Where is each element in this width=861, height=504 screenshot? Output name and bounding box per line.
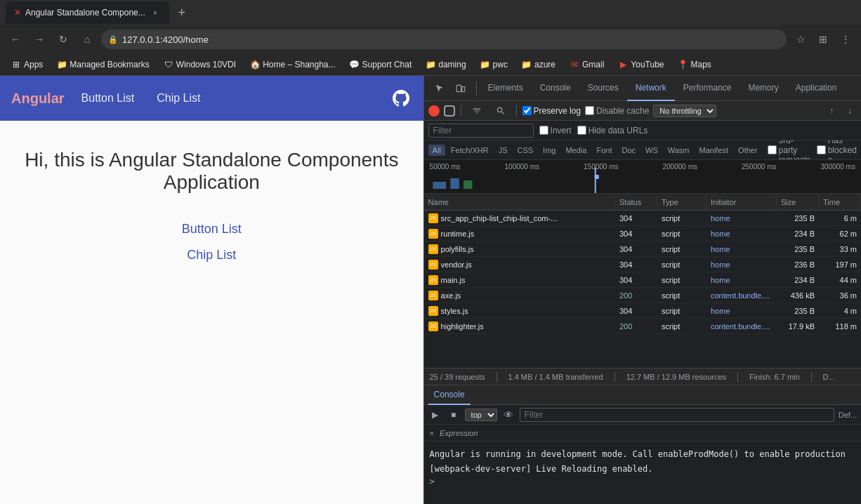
table-row[interactable]: JS highlighter.js 200 script content.bun… bbox=[424, 319, 861, 334]
bookmark-gmail[interactable]: ✉ Gmail bbox=[564, 58, 610, 71]
type-btn-manifest[interactable]: Manifest bbox=[695, 145, 733, 156]
record-button[interactable] bbox=[428, 105, 440, 117]
table-body: JS src_app_chip-list_chip-list_com-... 3… bbox=[424, 211, 861, 334]
disable-cache-checkbox[interactable] bbox=[585, 106, 594, 115]
console-filter-input[interactable] bbox=[520, 408, 834, 422]
inspect-icon[interactable] bbox=[430, 79, 449, 98]
chip-list-content-link[interactable]: Chip List bbox=[187, 248, 236, 263]
console-run-icon[interactable]: ▶ bbox=[428, 408, 442, 422]
bookmark-windows10vdi[interactable]: 🛡 Windows 10VDI bbox=[158, 58, 242, 71]
type-btn-media[interactable]: Media bbox=[561, 145, 591, 156]
th-status[interactable]: Status bbox=[615, 194, 657, 210]
console-stop-icon[interactable]: ■ bbox=[447, 408, 461, 422]
github-icon[interactable] bbox=[390, 87, 412, 110]
bookmark-youtube[interactable]: ▶ YouTube bbox=[612, 58, 669, 71]
button-list-content-link[interactable]: Button List bbox=[182, 222, 242, 237]
tab-sources[interactable]: Sources bbox=[579, 76, 627, 101]
td-initiator[interactable]: home bbox=[706, 272, 777, 287]
extension-button[interactable]: ⊞ bbox=[813, 29, 833, 49]
button-list-nav-link[interactable]: Button List bbox=[76, 89, 140, 107]
bookmark-maps[interactable]: 📍 Maps bbox=[672, 58, 716, 71]
preserve-log-checkbox-label[interactable]: Preserve log bbox=[522, 106, 581, 116]
invert-checkbox[interactable] bbox=[539, 126, 548, 135]
td-initiator[interactable]: content.bundle.... bbox=[706, 319, 777, 333]
bookmark-daming[interactable]: 📁 daming bbox=[420, 58, 471, 71]
device-toggle-icon[interactable] bbox=[451, 79, 471, 98]
filter-input[interactable] bbox=[428, 124, 534, 138]
browser-tab-active[interactable]: ✕ Angular Standalone Compone... × bbox=[6, 1, 169, 24]
type-btn-fetch-xhr[interactable]: Fetch/XHR bbox=[447, 145, 493, 156]
third-party-checkbox[interactable] bbox=[768, 145, 777, 154]
bookmark-azure[interactable]: 📁 azure bbox=[516, 58, 561, 71]
tab-application[interactable]: Application bbox=[787, 76, 846, 101]
chip-list-nav-link[interactable]: Chip List bbox=[151, 89, 206, 107]
th-time[interactable]: Time bbox=[819, 194, 861, 210]
tab-network[interactable]: Network bbox=[627, 76, 675, 101]
hide-data-urls-checkbox[interactable] bbox=[577, 126, 586, 135]
address-bar[interactable]: 🔒 127.0.0.1:4200/home bbox=[101, 29, 787, 49]
bookmark-home-shanghai[interactable]: 🏠 Home – Shangha... bbox=[244, 58, 341, 71]
stop-button[interactable] bbox=[444, 105, 455, 117]
type-btn-other[interactable]: Other bbox=[734, 145, 762, 156]
filter-toggle-icon[interactable] bbox=[467, 101, 487, 121]
bookmark-support-chat[interactable]: 💬 Support Chat bbox=[344, 58, 418, 71]
bookmark-maps-label: Maps bbox=[690, 60, 711, 69]
hide-data-urls-checkbox-label[interactable]: Hide data URLs bbox=[577, 126, 648, 135]
reload-button[interactable]: ↻ bbox=[53, 29, 73, 49]
has-blocked-checkbox[interactable] bbox=[817, 145, 826, 154]
has-blocked-label[interactable]: Has blocked c... bbox=[817, 140, 857, 160]
td-initiator[interactable]: home bbox=[706, 241, 777, 256]
console-top-select[interactable]: top bbox=[465, 409, 497, 421]
th-initiator[interactable]: Initiator bbox=[706, 194, 777, 210]
table-row[interactable]: JS src_app_chip-list_chip-list_com-... 3… bbox=[424, 211, 861, 226]
type-btn-css[interactable]: CSS bbox=[513, 145, 537, 156]
third-party-checkbox-label[interactable]: 3rd-party requests bbox=[768, 140, 811, 160]
tab-console[interactable]: Console bbox=[532, 76, 579, 101]
td-initiator[interactable]: home bbox=[706, 211, 777, 225]
bookmark-pwc[interactable]: 📁 pwc bbox=[475, 58, 513, 71]
network-toolbar: Preserve log Disable cache No throttling… bbox=[424, 101, 861, 121]
th-type[interactable]: Type bbox=[657, 194, 706, 210]
bookmark-managed[interactable]: 📁 Managed Bookmarks bbox=[51, 58, 155, 71]
table-row[interactable]: JS styles.js 304 script home 235 B 4 m bbox=[424, 303, 861, 319]
type-btn-all[interactable]: All bbox=[428, 145, 445, 156]
tab-elements[interactable]: Elements bbox=[480, 76, 532, 101]
td-initiator[interactable]: home bbox=[706, 303, 777, 318]
console-eye-icon[interactable]: 👁 bbox=[501, 408, 515, 422]
export-har-icon[interactable]: ↓ bbox=[843, 104, 857, 118]
tab-performance[interactable]: Performance bbox=[675, 76, 740, 101]
disable-cache-checkbox-label[interactable]: Disable cache bbox=[585, 106, 649, 116]
type-btn-doc[interactable]: Doc bbox=[617, 145, 640, 156]
type-btn-font[interactable]: Font bbox=[592, 145, 616, 156]
tab-memory[interactable]: Memory bbox=[740, 76, 787, 101]
table-row[interactable]: JS runtime.js 304 script home 234 B 62 m bbox=[424, 226, 861, 241]
expression-close-btn[interactable]: × bbox=[430, 429, 434, 437]
th-name[interactable]: Name bbox=[424, 194, 615, 210]
console-tab-label[interactable]: Console bbox=[428, 385, 471, 405]
table-row[interactable]: JS polyfills.js 304 script home 235 B 33… bbox=[424, 241, 861, 257]
invert-checkbox-label[interactable]: Invert bbox=[539, 126, 572, 135]
th-size[interactable]: Size bbox=[777, 194, 819, 210]
table-row[interactable]: JS main.js 304 script home 234 B 44 m bbox=[424, 272, 861, 288]
search-network-icon[interactable] bbox=[491, 101, 511, 121]
new-tab-button[interactable]: + bbox=[172, 3, 192, 22]
td-initiator[interactable]: home bbox=[706, 226, 777, 241]
td-initiator[interactable]: content.bundle.... bbox=[706, 288, 777, 303]
bookmark-button[interactable]: ☆ bbox=[791, 29, 810, 49]
throttle-select[interactable]: No throttling bbox=[653, 105, 716, 117]
tab-close-btn[interactable]: × bbox=[150, 7, 161, 18]
table-row[interactable]: JS axe.js 200 script content.bundle.... … bbox=[424, 288, 861, 303]
table-row[interactable]: JS vendor.js 304 script home 236 B 197 m bbox=[424, 257, 861, 272]
type-btn-img[interactable]: Img bbox=[539, 145, 560, 156]
type-btn-ws[interactable]: WS bbox=[641, 145, 662, 156]
type-btn-js[interactable]: JS bbox=[494, 145, 512, 156]
import-har-icon[interactable]: ↑ bbox=[824, 104, 839, 118]
home-button[interactable]: ⌂ bbox=[77, 29, 97, 49]
td-initiator[interactable]: home bbox=[706, 257, 777, 272]
back-button[interactable]: ← bbox=[6, 29, 25, 49]
menu-button[interactable]: ⋮ bbox=[836, 29, 855, 49]
bookmark-apps[interactable]: ⊞ Apps bbox=[6, 58, 48, 71]
forward-button[interactable]: → bbox=[29, 29, 49, 49]
type-btn-wasm[interactable]: Wasm bbox=[664, 145, 694, 156]
preserve-log-checkbox[interactable] bbox=[522, 106, 532, 115]
